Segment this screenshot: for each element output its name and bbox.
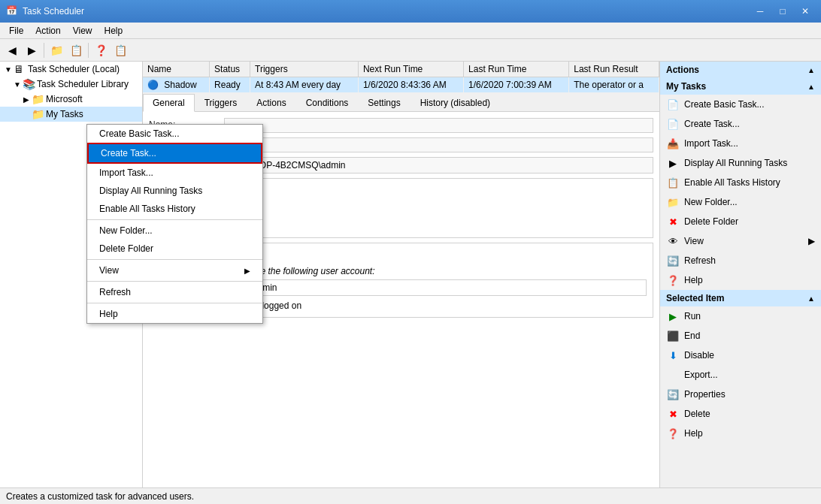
cell-status: Ready bbox=[210, 77, 250, 93]
status-bar: Creates a customized task for advanced u… bbox=[0, 487, 821, 504]
tree-label-local: Task Scheduler (Local) bbox=[28, 64, 120, 74]
expand-icon-microsoft: ▶ bbox=[21, 95, 32, 104]
col-nextrun[interactable]: Next Run Time bbox=[358, 62, 463, 77]
task-table: Name Status Triggers Next Run Time Last … bbox=[143, 62, 659, 93]
ctx-create-task[interactable]: Create Task... bbox=[87, 143, 262, 164]
run-icon: ▶ bbox=[666, 309, 680, 323]
selected-item-header[interactable]: Selected Item ▲ bbox=[660, 290, 821, 306]
cell-lastresult: The operator or a bbox=[569, 77, 659, 93]
ctx-sep-3 bbox=[87, 281, 262, 282]
col-lastresult[interactable]: Last Run Result bbox=[569, 62, 659, 77]
author-value[interactable]: DESKTOP-4B2CMSQ\admin bbox=[224, 157, 653, 174]
tab-settings[interactable]: Settings bbox=[358, 94, 410, 112]
ctx-create-basic[interactable]: Create Basic Task... bbox=[87, 125, 262, 143]
tree-item-mytasks[interactable]: 📁 My Tasks bbox=[0, 107, 142, 122]
action-view[interactable]: 👁 View ▶ bbox=[660, 231, 821, 251]
tree-label-microsoft: Microsoft bbox=[46, 94, 83, 104]
action-label-help: Help bbox=[684, 275, 703, 285]
ctx-view-label: View bbox=[99, 265, 119, 276]
action-label-import: Import Task... bbox=[684, 138, 738, 149]
tree-item-local[interactable]: ▼ 🖥 Task Scheduler (Local) bbox=[0, 62, 142, 77]
cell-nextrun: 1/6/2020 8:43:36 AM bbox=[358, 77, 463, 93]
tree-item-library[interactable]: ▼ 📚 Task Scheduler Library bbox=[0, 77, 142, 92]
display-running-icon: ▶ bbox=[666, 156, 680, 170]
action-delete-folder[interactable]: ✖ Delete Folder bbox=[660, 212, 821, 231]
tab-history[interactable]: History (disabled) bbox=[410, 94, 500, 112]
col-status[interactable]: Status bbox=[210, 62, 250, 77]
ctx-help[interactable]: Help bbox=[87, 305, 262, 323]
action-run[interactable]: ▶ Run bbox=[660, 306, 821, 326]
forward-button[interactable]: ▶ bbox=[23, 41, 41, 59]
action-end[interactable]: ⬛ End bbox=[660, 326, 821, 346]
ctx-new-folder[interactable]: New Folder... bbox=[87, 222, 262, 240]
menu-file[interactable]: File bbox=[3, 24, 29, 38]
help-icon: ❓ bbox=[666, 273, 680, 287]
mytasks-header[interactable]: My Tasks ▲ bbox=[660, 78, 821, 95]
help-toolbar-button[interactable]: ❓ bbox=[92, 41, 110, 59]
action-delete[interactable]: ✖ Delete bbox=[660, 404, 821, 424]
tab-general[interactable]: General bbox=[143, 94, 195, 112]
tree-item-microsoft[interactable]: ▶ 📁 Microsoft bbox=[0, 92, 142, 107]
folder-icon-microsoft: 📁 bbox=[32, 93, 44, 105]
selected-item-title: Selected Item bbox=[666, 293, 724, 303]
name-value[interactable] bbox=[224, 118, 653, 133]
action-help[interactable]: ❓ Help bbox=[660, 270, 821, 290]
menu-help[interactable]: Help bbox=[98, 24, 129, 38]
tab-actions[interactable]: Actions bbox=[247, 94, 295, 112]
status-text: Creates a customized task for advanced u… bbox=[6, 491, 194, 502]
menu-action[interactable]: Action bbox=[29, 24, 66, 38]
view-icon: 👁 bbox=[666, 234, 680, 248]
ctx-display-running[interactable]: Display All Running Tasks bbox=[87, 182, 262, 200]
col-name[interactable]: Name bbox=[143, 62, 210, 77]
ctx-refresh[interactable]: Refresh bbox=[87, 283, 262, 301]
action-label-properties: Properties bbox=[684, 389, 726, 400]
cell-name: 🔵 Shadow bbox=[143, 77, 210, 93]
actions-header[interactable]: Actions ▲ bbox=[660, 62, 821, 78]
table-row[interactable]: 🔵 Shadow Ready At 8:43 AM every day 1/6/… bbox=[143, 77, 659, 93]
desc-value[interactable] bbox=[224, 178, 653, 238]
ctx-view[interactable]: View ▶ bbox=[87, 261, 262, 279]
action-enable-history[interactable]: 📋 Enable All Tasks History bbox=[660, 173, 821, 192]
close-button[interactable]: ✕ bbox=[795, 4, 815, 19]
view-arrow-icon: ▶ bbox=[808, 236, 815, 246]
task-status-icon: 🔵 bbox=[147, 80, 159, 90]
tab-conditions[interactable]: Conditions bbox=[296, 94, 359, 112]
delete-folder-icon: ✖ bbox=[666, 215, 680, 228]
menu-bar: File Action View Help bbox=[0, 23, 821, 39]
action-import[interactable]: 📥 Import Task... bbox=[660, 134, 821, 153]
action-label-end: End bbox=[684, 330, 700, 341]
action-label-create-basic: Create Basic Task... bbox=[684, 99, 765, 110]
action-help-selected[interactable]: ❓ Help bbox=[660, 424, 821, 443]
action-disable[interactable]: ⬇ Disable bbox=[660, 346, 821, 365]
ctx-import[interactable]: Import Task... bbox=[87, 164, 262, 182]
end-icon: ⬛ bbox=[666, 329, 680, 343]
menu-view[interactable]: View bbox=[67, 24, 98, 38]
task-button[interactable]: 📋 bbox=[67, 41, 85, 59]
action-refresh[interactable]: 🔄 Refresh bbox=[660, 251, 821, 270]
action-display-running[interactable]: ▶ Display All Running Tasks bbox=[660, 153, 821, 173]
tab-triggers[interactable]: Triggers bbox=[195, 94, 247, 112]
window-controls: ─ □ ✕ bbox=[750, 4, 815, 19]
cell-lastrun: 1/6/2020 7:00:39 AM bbox=[464, 77, 569, 93]
ctx-delete-folder[interactable]: Delete Folder bbox=[87, 240, 262, 258]
col-triggers[interactable]: Triggers bbox=[250, 62, 359, 77]
action-create-basic[interactable]: 📄 Create Basic Task... bbox=[660, 95, 821, 114]
minimize-button[interactable]: ─ bbox=[750, 4, 770, 19]
ctx-sep-2 bbox=[87, 259, 262, 260]
maximize-button[interactable]: □ bbox=[773, 4, 792, 19]
col-lastrun[interactable]: Last Run Time bbox=[464, 62, 569, 77]
ctx-sep-1 bbox=[87, 219, 262, 220]
mytasks-chevron: ▲ bbox=[807, 83, 815, 91]
extra-button[interactable]: 📋 bbox=[111, 41, 129, 59]
ctx-enable-history[interactable]: Enable All Tasks History bbox=[87, 200, 262, 218]
toolbar-separator-2 bbox=[88, 43, 89, 58]
expand-icon-library: ▼ bbox=[12, 80, 23, 89]
open-folder-button[interactable]: 📁 bbox=[47, 41, 65, 59]
action-create-task[interactable]: 📄 Create Task... bbox=[660, 114, 821, 134]
back-button[interactable]: ◀ bbox=[3, 41, 21, 59]
action-new-folder[interactable]: 📁 New Folder... bbox=[660, 192, 821, 212]
location-value[interactable] bbox=[224, 137, 653, 152]
toolbar-separator-1 bbox=[44, 43, 44, 58]
action-export[interactable]: Export... bbox=[660, 365, 821, 385]
action-properties[interactable]: 🔄 Properties bbox=[660, 385, 821, 404]
